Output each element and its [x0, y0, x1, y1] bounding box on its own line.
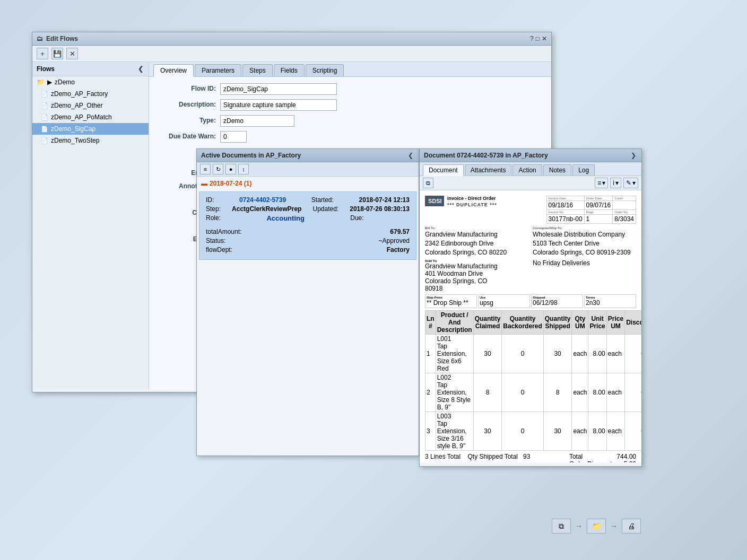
active-docs-collapse-button[interactable]: ❮ [407, 152, 414, 159]
tab-log[interactable]: Log [572, 164, 595, 176]
sold-to-address: 401 Woodman Drive [425, 270, 528, 277]
uom: each [572, 373, 588, 412]
qty-backordered: 0 [502, 334, 543, 373]
doc-amount-row: totalAmount: 679.57 [206, 228, 410, 235]
doc-detail-expand-button[interactable]: ❯ [630, 152, 637, 159]
uom: each [572, 412, 588, 450]
consignee-label: Consignee/Ship To: [533, 226, 636, 230]
tab-action[interactable]: Action [513, 164, 542, 176]
product-code: L003 [437, 413, 472, 420]
sidebar-item-label: zDemo_TwoStep [51, 137, 99, 144]
tab-steps[interactable]: Steps [242, 64, 273, 76]
due-date-warn-row: Due Date Warn: [158, 131, 543, 143]
sidebar-item-ap-factory[interactable]: 📄 zDemo_AP_Factory [32, 88, 149, 100]
doc-dept-row: flowDept: Factory [206, 246, 410, 253]
sidebar-item-label: zDemo_AP_PoMatch [51, 113, 112, 121]
doc-amount-value: 679.57 [390, 228, 410, 235]
invoice-preview: SDSI Invoice - Direct Order *** DUPLICAT… [420, 190, 641, 462]
doc-status-label: Status: [206, 237, 225, 244]
discount: 0.00 [625, 334, 641, 373]
refresh-button[interactable]: ↻ [213, 164, 223, 174]
sidebar-item-ap-pomatch[interactable]: 📄 zDemo_AP_PoMatch [32, 111, 149, 123]
shipped-date: 06/12/98 [533, 299, 581, 307]
uom: each [572, 334, 588, 373]
info-dropdown-button[interactable]: i▾ [610, 178, 621, 188]
tab-scripting[interactable]: Scripting [306, 64, 344, 76]
folder-expand-icon: ▶ [47, 78, 52, 86]
tab-attachments[interactable]: Attachments [465, 164, 512, 176]
bill-to-company: Grandview Manufacturing [425, 230, 528, 239]
collapse-icon[interactable]: ▬ [201, 180, 207, 187]
qty-shipped: 8 [543, 373, 572, 412]
open-external-button[interactable]: ⧉ [423, 178, 433, 188]
maximize-button[interactable]: □ [536, 35, 540, 42]
close-toolbar-button[interactable]: ✕ [66, 48, 78, 59]
sidebar-item-zdemo-folder[interactable]: 📁 ▶ zDemo [32, 76, 149, 88]
sidebar: Flows ❮ 📁 ▶ zDemo 📄 zDemo_AP_Factory 📄 z… [32, 62, 149, 390]
line-no: 3 [425, 412, 436, 450]
sidebar-item-twostep[interactable]: 📄 zDemo_TwoStep [32, 135, 149, 146]
folder-icon: 📁 [37, 78, 45, 86]
sidebar-item-ap-other[interactable]: 📄 zDemo_AP_Other [32, 100, 149, 111]
tab-fields[interactable]: Fields [274, 64, 305, 76]
type-input[interactable] [220, 115, 294, 127]
doc-dept-label: flowDept: [206, 246, 232, 253]
file-icon: 📄 [41, 102, 48, 109]
circle-button[interactable]: ● [225, 164, 236, 174]
sidebar-folder-label: zDemo [55, 78, 75, 86]
file-icon: 📄 [41, 126, 48, 133]
invoice-logo: SDSI [425, 196, 444, 206]
close-button[interactable]: ✕ [542, 35, 547, 42]
window-controls: ? □ ✕ [530, 35, 547, 42]
tabs-bar: Overview Parameters Steps Fields Scripti… [149, 62, 551, 77]
due-date-warn-input[interactable] [220, 131, 247, 143]
description-label: Description: [158, 99, 216, 108]
qty-backordered: 0 [502, 412, 543, 450]
tab-parameters[interactable]: Parameters [195, 64, 241, 76]
flow-id-input[interactable] [220, 83, 337, 95]
sort-button[interactable]: ↕ [238, 164, 249, 174]
flow-id-label: Flow ID: [158, 83, 216, 92]
invoice-no: 30177nb-00 [546, 215, 584, 224]
doc-tabs-bar: Document Attachments Action Notes Log [420, 162, 641, 176]
save-button[interactable]: 💾 [51, 48, 63, 59]
description-input[interactable] [220, 99, 337, 111]
window-titlebar: 🗂 Edit Flows ? □ ✕ [32, 32, 551, 46]
doc-started-label: Started: [311, 196, 334, 204]
list-view-button[interactable]: ≡ [200, 164, 211, 174]
copy-button[interactable]: ⧉ [552, 519, 571, 533]
invoice-duplicate: *** DUPLICATE *** [447, 202, 497, 207]
line-no: 1 [425, 334, 436, 373]
sold-to-city: Colorado Springs, CO [425, 277, 528, 285]
tab-notes[interactable]: Notes [543, 164, 571, 176]
total-value: 744.00 [616, 453, 636, 460]
tab-overview[interactable]: Overview [153, 64, 194, 77]
print-button[interactable]: 🖨 [622, 519, 641, 533]
sidebar-item-sigcap[interactable]: 📄 zDemo_SigCap [32, 123, 149, 135]
product-code: L001 [437, 335, 472, 343]
due-date-warn-label: Due Date Warn: [158, 131, 216, 140]
active-docs-toolbar: ≡ ↻ ● ↕ [197, 162, 419, 177]
sidebar-collapse-button[interactable]: ❮ [137, 65, 144, 73]
file-icon: 📄 [41, 114, 48, 121]
edit-dropdown-button[interactable]: ✎▾ [623, 178, 638, 188]
doc-toolbar2: ⧉ ≡▾ i▾ ✎▾ [420, 176, 641, 190]
add-button[interactable]: + [37, 48, 48, 59]
order-discount-label: Order Discount [569, 460, 612, 462]
bill-to-city: Colorado Springs, CO 80220 [425, 248, 528, 257]
date-group-header: ▬ 2018-07-24 (1) [197, 177, 419, 190]
help-button[interactable]: ? [530, 35, 534, 42]
doc-status-row: Status: ~Approved [206, 237, 410, 244]
discount: 0.00 [625, 373, 641, 412]
doc-id-label: ID: [206, 196, 214, 204]
ship-to-company: Wholesale Distribution Company [533, 230, 636, 239]
menu-dropdown-button[interactable]: ≡▾ [595, 178, 608, 188]
tab-document[interactable]: Document [423, 164, 464, 176]
bottom-bar: ⧉ → 📁 → 🖨 [552, 519, 641, 533]
doc-updated-value: 2018-07-26 08:30:13 [350, 205, 410, 213]
folder-button[interactable]: 📁 [587, 519, 606, 533]
bill-to-label: Bill To: [425, 226, 528, 230]
sold-to-zip: 80918 [425, 285, 528, 292]
document-item[interactable]: ID: 0724-4402-5739 Started: 2018-07-24 1… [199, 191, 416, 260]
description-row: Description: [158, 99, 543, 111]
